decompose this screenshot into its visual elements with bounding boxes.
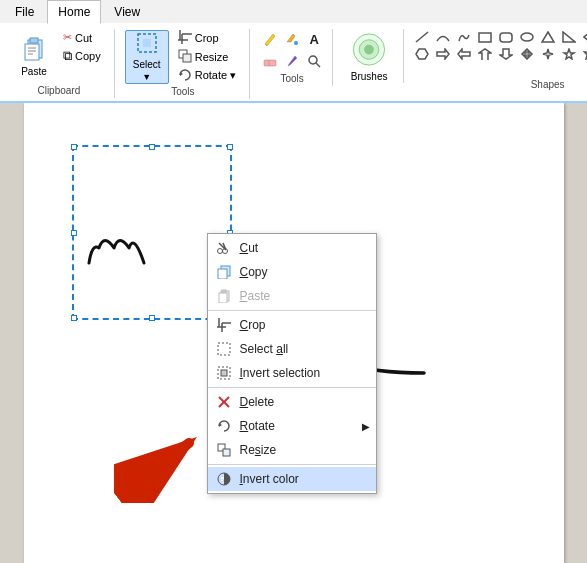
tab-view[interactable]: View bbox=[103, 0, 151, 23]
svg-point-49 bbox=[217, 249, 222, 254]
svg-rect-52 bbox=[218, 269, 227, 279]
ctx-paste: Paste bbox=[208, 284, 376, 308]
select-button[interactable]: Select ▼ bbox=[125, 30, 169, 84]
shape-star6[interactable] bbox=[580, 46, 587, 62]
rotate-ctx-icon bbox=[216, 418, 232, 434]
ctx-copy[interactable]: Copy bbox=[208, 260, 376, 284]
cut-ctx-icon bbox=[216, 240, 232, 256]
ctx-invert-selection[interactable]: Invert selection bbox=[208, 361, 376, 385]
ctx-select-all-label: Select all bbox=[240, 342, 289, 356]
tab-home[interactable]: Home bbox=[47, 0, 101, 24]
select-label: Select bbox=[133, 59, 161, 70]
copy-button[interactable]: ⧉ Copy bbox=[58, 47, 106, 64]
handle-bottom-left[interactable] bbox=[71, 315, 77, 321]
shape-left-arrow[interactable] bbox=[454, 46, 474, 62]
text-icon: A bbox=[309, 32, 318, 47]
svg-point-16 bbox=[294, 41, 298, 45]
copy-ctx-icon bbox=[216, 264, 232, 280]
svg-marker-29 bbox=[563, 32, 575, 42]
svg-marker-65 bbox=[219, 423, 222, 427]
svg-rect-69 bbox=[221, 477, 224, 479]
context-menu: Cut Copy Paste bbox=[207, 233, 377, 494]
shape-curve[interactable] bbox=[433, 29, 453, 45]
shape-diamond[interactable] bbox=[580, 29, 587, 45]
red-arrow bbox=[114, 423, 214, 503]
tab-file[interactable]: File bbox=[4, 0, 45, 23]
shapes-grid bbox=[412, 29, 587, 62]
ctx-rotate-arrow: ▶ bbox=[362, 421, 370, 432]
svg-point-19 bbox=[309, 56, 317, 64]
ctx-sep-2 bbox=[208, 387, 376, 388]
crop-button[interactable]: Crop bbox=[173, 29, 241, 46]
svg-marker-39 bbox=[564, 49, 574, 59]
svg-line-24 bbox=[416, 32, 428, 42]
rotate-icon bbox=[178, 68, 192, 84]
brushes-button[interactable]: Brushes bbox=[343, 29, 395, 83]
svg-rect-1 bbox=[30, 38, 38, 43]
magnifier-icon bbox=[307, 54, 321, 68]
ctx-rotate-label: Rotate bbox=[240, 419, 275, 433]
shape-up-arrow[interactable] bbox=[475, 46, 495, 62]
text-tool[interactable]: A bbox=[304, 29, 324, 49]
shape-star4[interactable] bbox=[538, 46, 558, 62]
handle-top-left[interactable] bbox=[71, 144, 77, 150]
brushes-icon bbox=[349, 30, 389, 69]
ctx-rotate[interactable]: Rotate ▶ bbox=[208, 414, 376, 438]
tools-label: Tools bbox=[280, 71, 303, 86]
handle-mid-left[interactable] bbox=[71, 230, 77, 236]
svg-line-48 bbox=[124, 443, 189, 493]
shape-triangle[interactable] bbox=[538, 29, 558, 45]
copy-label: Copy bbox=[75, 50, 101, 62]
handle-top-mid[interactable] bbox=[149, 144, 155, 150]
handle-top-right[interactable] bbox=[227, 144, 233, 150]
svg-marker-28 bbox=[542, 32, 554, 42]
shape-right-arrow[interactable] bbox=[433, 46, 453, 62]
paste-button[interactable]: Paste bbox=[12, 29, 56, 83]
ctx-invert-sel-label: Invert selection bbox=[240, 366, 321, 380]
shape-4arrow[interactable] bbox=[517, 46, 537, 62]
copy-icon: ⧉ bbox=[63, 48, 72, 64]
ctx-cut[interactable]: Cut bbox=[208, 236, 376, 260]
resize-ctx-icon bbox=[216, 442, 232, 458]
svg-marker-34 bbox=[458, 49, 470, 59]
image-group: Select ▼ Crop Resize bbox=[117, 29, 250, 99]
pencil-icon bbox=[263, 32, 277, 46]
cut-button[interactable]: ✂ Cut bbox=[58, 29, 106, 46]
shape-freeform[interactable] bbox=[454, 29, 474, 45]
ctx-resize-label: Resize bbox=[240, 443, 277, 457]
shape-line[interactable] bbox=[412, 29, 432, 45]
ctx-select-all[interactable]: Select all bbox=[208, 337, 376, 361]
cut-label: Cut bbox=[75, 32, 92, 44]
ctx-crop[interactable]: Crop bbox=[208, 313, 376, 337]
svg-marker-38 bbox=[543, 49, 553, 59]
svg-rect-60 bbox=[218, 343, 230, 355]
crop-label: Crop bbox=[195, 32, 219, 44]
resize-button[interactable]: Resize bbox=[173, 48, 241, 65]
ctx-resize[interactable]: Resize bbox=[208, 438, 376, 462]
handle-bottom-mid[interactable] bbox=[149, 315, 155, 321]
canvas[interactable]: Cut Copy Paste bbox=[24, 103, 564, 563]
invert-color-ctx-icon bbox=[216, 471, 232, 487]
pencil-tool[interactable] bbox=[260, 29, 280, 49]
shape-star5[interactable] bbox=[559, 46, 579, 62]
svg-line-20 bbox=[316, 63, 320, 67]
ctx-invert-color[interactable]: Invert color bbox=[208, 467, 376, 491]
shape-down-arrow[interactable] bbox=[496, 46, 516, 62]
ctx-delete[interactable]: Delete bbox=[208, 390, 376, 414]
rotate-button[interactable]: Rotate ▾ bbox=[173, 67, 241, 84]
svg-rect-2 bbox=[25, 44, 39, 60]
shape-rounded-rect[interactable] bbox=[496, 29, 516, 45]
svg-point-27 bbox=[521, 33, 533, 41]
canvas-area[interactable]: Cut Copy Paste bbox=[0, 103, 587, 563]
picker-tool[interactable] bbox=[282, 51, 302, 71]
fill-tool[interactable] bbox=[282, 29, 302, 49]
shape-rect[interactable] bbox=[475, 29, 495, 45]
image-label: Tools bbox=[171, 84, 194, 99]
magnifier-tool[interactable] bbox=[304, 51, 324, 71]
shape-right-triangle[interactable] bbox=[559, 29, 579, 45]
eraser-tool[interactable] bbox=[260, 51, 280, 71]
svg-rect-17 bbox=[264, 60, 276, 66]
svg-marker-32 bbox=[416, 49, 428, 59]
shape-ellipse[interactable] bbox=[517, 29, 537, 45]
shape-hex[interactable] bbox=[412, 46, 432, 62]
